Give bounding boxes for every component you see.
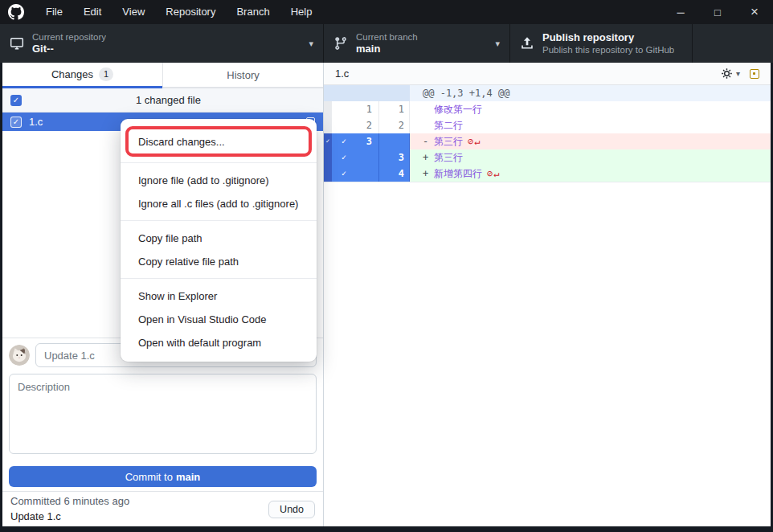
- hunk-select-strip[interactable]: ✓: [324, 133, 332, 149]
- current-repository-name: Git--: [32, 43, 106, 55]
- discard-changes-highlight: Discard changes...: [125, 126, 312, 157]
- old-line-number[interactable]: 1: [332, 101, 379, 117]
- diff-content: @@ -1,3 +1,4 @@ 1 1 修改第一行 2 2 第二行: [324, 85, 771, 182]
- github-desktop-window: File Edit View Repository Branch Help ─ …: [0, 0, 773, 532]
- menu-separator: [121, 278, 317, 279]
- new-line-number[interactable]: [379, 133, 410, 149]
- file-context-menu: Discard changes... Ignore file (add to .…: [121, 119, 317, 362]
- current-branch-name: main: [356, 43, 418, 55]
- new-line-number[interactable]: 2: [379, 117, 410, 133]
- github-logo-icon: [8, 4, 24, 20]
- menu-item-ignore-file[interactable]: Ignore file (add to .gitignore): [121, 169, 317, 192]
- menu-separator: [121, 162, 317, 163]
- menu-item-copy-relative-file-path[interactable]: Copy relative file path: [121, 250, 317, 273]
- tab-history[interactable]: History: [162, 63, 323, 88]
- diff-line-context: 1 1 修改第一行: [324, 101, 771, 117]
- menu-item-show-in-explorer[interactable]: Show in Explorer: [121, 284, 317, 308]
- main-content: Changes 1 History ✓ 1 changed file ✓ 1.c: [2, 63, 771, 526]
- commit-button[interactable]: Commit to main: [9, 466, 317, 487]
- avatar: [9, 345, 30, 366]
- last-commit-bar: Committed 6 minutes ago Update 1.c Undo: [2, 491, 323, 526]
- chevron-down-icon: ▾: [489, 39, 500, 49]
- menu-item-copy-file-path[interactable]: Copy file path: [121, 227, 317, 250]
- no-newline-icon: ⊘↵: [468, 136, 481, 147]
- menu-item-ignore-all-c-files[interactable]: Ignore all .c files (add to .gitignore): [121, 192, 317, 215]
- changes-count-badge: 1: [99, 68, 113, 81]
- hunk-select-strip[interactable]: [324, 166, 332, 182]
- diff-line-addition: ✓ 4 +新增第四行⊘↵: [324, 166, 771, 182]
- hunk-select-strip[interactable]: [324, 149, 332, 166]
- check-icon: ✓: [324, 133, 332, 149]
- menu-separator: [121, 220, 317, 221]
- select-all-checkbox[interactable]: ✓: [10, 95, 22, 106]
- code-text: 第二行: [434, 120, 463, 131]
- old-line-number[interactable]: ✓3: [332, 133, 379, 149]
- tab-changes[interactable]: Changes 1: [2, 63, 162, 88]
- menu-item-discard-changes[interactable]: Discard changes...: [129, 129, 309, 153]
- menu-branch[interactable]: Branch: [226, 0, 280, 24]
- diff-header: 1.c ▾: [324, 63, 771, 85]
- close-button[interactable]: ×: [736, 0, 773, 24]
- no-newline-icon: ⊘↵: [487, 168, 500, 179]
- current-repository-label: Current repository: [32, 31, 106, 43]
- maximize-button[interactable]: □: [699, 0, 736, 24]
- window-controls: ─ □ ×: [662, 0, 773, 24]
- menu-help[interactable]: Help: [280, 0, 323, 24]
- check-icon: ✓: [342, 133, 346, 149]
- code-text: 修改第一行: [434, 104, 482, 115]
- old-line-number[interactable]: ✓: [332, 149, 379, 166]
- old-line-number[interactable]: ✓: [332, 166, 379, 182]
- hunk-select-strip[interactable]: [324, 85, 332, 101]
- file-checkbox[interactable]: ✓: [10, 117, 22, 128]
- current-branch-button[interactable]: Current branch main ▾: [324, 24, 510, 63]
- check-icon: ✓: [342, 166, 346, 182]
- diff-options-button[interactable]: ▾: [721, 68, 740, 80]
- changed-files-header: ✓ 1 changed file: [2, 88, 323, 113]
- current-branch-label: Current branch: [356, 31, 418, 43]
- tab-changes-label: Changes: [51, 68, 93, 80]
- menu-edit[interactable]: Edit: [73, 0, 112, 24]
- diff-line-addition: ✓ 3 +第三行: [324, 149, 771, 166]
- toolbar: Current repository Git-- ▾ Current branc…: [0, 24, 773, 63]
- diff-line-deletion: ✓ ✓3 -第三行⊘↵: [324, 133, 771, 149]
- code-text: 新增第四行: [434, 168, 482, 179]
- tab-history-label: History: [227, 69, 259, 81]
- gear-icon: [721, 68, 733, 80]
- menu-file[interactable]: File: [35, 0, 73, 24]
- chevron-down-icon: ▾: [302, 39, 313, 49]
- menu-view[interactable]: View: [112, 0, 155, 24]
- commit-button-branch: main: [176, 471, 200, 483]
- git-branch-icon: [333, 36, 348, 51]
- upload-icon: [520, 36, 534, 51]
- minimize-button[interactable]: ─: [662, 0, 699, 24]
- commit-description-input[interactable]: [9, 374, 317, 454]
- check-icon: ✓: [342, 149, 346, 166]
- new-line-number[interactable]: 3: [379, 149, 410, 166]
- code-text: 第三行: [434, 136, 463, 147]
- hunk-header-text: @@ -1,3 +1,4 @@: [410, 85, 771, 101]
- publish-repository-button[interactable]: Publish repository Publish this reposito…: [510, 24, 693, 63]
- publish-repository-title: Publish repository: [542, 31, 674, 44]
- menu-item-open-in-vscode[interactable]: Open in Visual Studio Code: [121, 308, 317, 331]
- chevron-down-icon: ▾: [736, 69, 740, 78]
- commit-button-prefix: Commit to: [125, 471, 173, 483]
- new-line-number[interactable]: 1: [379, 101, 410, 117]
- new-line-number[interactable]: 4: [379, 166, 410, 182]
- menu-bar: File Edit View Repository Branch Help ─ …: [0, 0, 773, 24]
- changed-files-count: 1 changed file: [22, 94, 315, 106]
- menu-repository[interactable]: Repository: [155, 0, 226, 24]
- modified-status-icon: [750, 69, 759, 79]
- committed-time: Committed 6 minutes ago: [10, 494, 129, 509]
- committed-message: Update 1.c: [10, 509, 129, 525]
- current-repository-button[interactable]: Current repository Git-- ▾: [0, 24, 324, 63]
- sidebar-tabs: Changes 1 History: [2, 63, 323, 88]
- monitor-icon: [10, 36, 24, 51]
- hunk-header-row: @@ -1,3 +1,4 @@: [324, 85, 771, 101]
- file-name: 1.c: [29, 116, 43, 128]
- menu-item-open-default-program[interactable]: Open with default program: [121, 331, 317, 354]
- old-line-number[interactable]: 2: [332, 117, 379, 133]
- diff-line-context: 2 2 第二行: [324, 117, 771, 133]
- undo-button[interactable]: Undo: [268, 501, 315, 518]
- publish-repository-subtitle: Publish this repository to GitHub: [542, 44, 674, 55]
- diff-file-name: 1.c: [335, 68, 349, 80]
